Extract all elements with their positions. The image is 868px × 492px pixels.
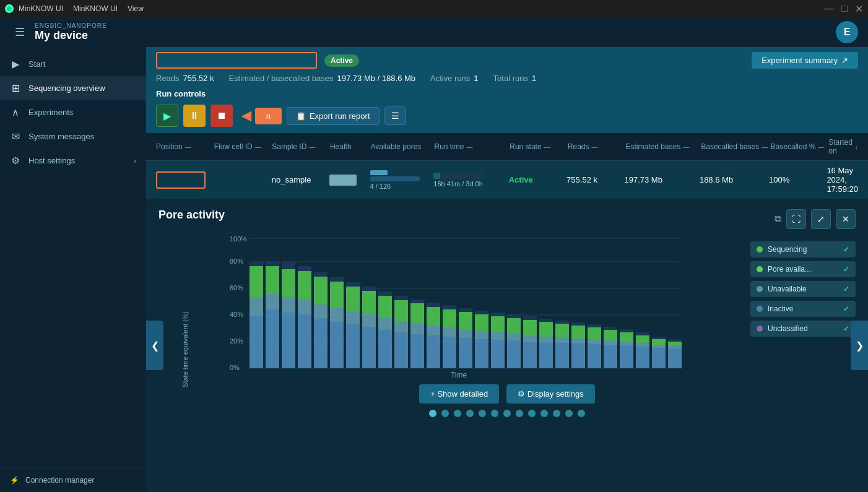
svg-rect-86 [539, 337, 553, 342]
svg-rect-90 [555, 337, 569, 343]
user-avatar-button[interactable]: E [836, 21, 858, 43]
svg-rect-84 [523, 316, 537, 320]
sidebar-item-system-messages[interactable]: ✉ System messages [0, 124, 146, 149]
pause-button[interactable]: ⏸ [183, 105, 206, 127]
carousel-next-button[interactable]: ❯ [851, 321, 868, 370]
th-runtime[interactable]: Run time — [434, 142, 510, 151]
x-axis-label: Time [177, 371, 740, 379]
svg-rect-105 [620, 346, 633, 368]
legend-inactive[interactable]: Inactive ✓ [750, 301, 856, 317]
th-position[interactable]: Position — [156, 142, 214, 151]
th-flowcell[interactable]: Flow cell ID — [214, 142, 272, 151]
menu-view[interactable]: View [128, 4, 144, 13]
copy-icon[interactable]: ⧉ [775, 214, 781, 225]
dot-4[interactable] [466, 410, 474, 417]
dot-9[interactable] [528, 410, 536, 417]
svg-rect-26 [298, 300, 311, 314]
chart-section: Pore activity ⧉ ⛶ ⤢ ✕ ❮ State time equiv… [146, 199, 868, 492]
minimize-btn[interactable]: — [824, 3, 834, 15]
pores-bars: 4 / 126 [370, 170, 420, 190]
dot-12[interactable] [565, 410, 573, 417]
th-estbases[interactable]: Estimated bases — [626, 142, 701, 151]
sidebar-item-sequencing-overview[interactable]: ⊞ Sequencing overview [0, 76, 146, 100]
th-runstate[interactable]: Run state — [510, 142, 568, 151]
experiment-summary-button[interactable]: Experiment summary ↗ [752, 52, 858, 69]
svg-rect-14 [250, 297, 263, 316]
show-detailed-button[interactable]: + Show detailed [419, 384, 499, 404]
svg-rect-95 [571, 326, 585, 339]
chart-shrink-button[interactable]: ⤢ [811, 209, 831, 229]
runtime-bar-fill [433, 173, 440, 179]
export-run-report-button[interactable]: 📋 Export run report [287, 107, 380, 125]
sidebar-item-start[interactable]: ▶ Start [0, 52, 146, 76]
sidebar-item-experiments[interactable]: ∧ Experiments [0, 100, 146, 124]
td-pores: 4 / 126 [370, 170, 434, 190]
td-basepct: 100% [769, 175, 827, 184]
svg-rect-21 [282, 313, 295, 368]
chart-close-button[interactable]: ✕ [836, 209, 856, 229]
stat-total-runs: Total runs 1 [493, 74, 537, 83]
svg-text:60%: 60% [230, 284, 243, 291]
svg-rect-43 [362, 291, 376, 314]
svg-rect-100 [588, 324, 601, 327]
th-startedon[interactable]: Started on ↓ [828, 138, 858, 155]
run-name-input[interactable] [156, 52, 317, 69]
dot-10[interactable] [540, 410, 548, 417]
svg-rect-114 [652, 345, 666, 348]
dot-11[interactable] [553, 410, 560, 417]
display-settings-button[interactable]: ⚙ Display settings [506, 384, 595, 404]
play-button[interactable]: ▶ [156, 105, 178, 127]
stop-button[interactable]: ⏹ [210, 105, 233, 127]
settings-icon: ⚙ [10, 155, 21, 166]
legend-unclassified[interactable]: Unclassified ✓ [750, 321, 856, 337]
close-btn[interactable]: ✕ [855, 3, 863, 15]
sort-runtime: — [467, 144, 473, 150]
sort-runstate: — [544, 144, 550, 150]
legend-sequencing[interactable]: Sequencing ✓ [750, 241, 856, 257]
svg-rect-119 [668, 342, 682, 345]
dot-2[interactable] [441, 410, 449, 417]
svg-rect-110 [636, 343, 649, 347]
legend-unavailable[interactable]: Unavailable ✓ [750, 281, 856, 297]
th-basecalled[interactable]: Basecalled bases — [701, 142, 770, 151]
svg-rect-45 [378, 330, 392, 368]
svg-rect-68 [459, 308, 472, 312]
svg-rect-36 [330, 277, 344, 282]
dot-13[interactable] [578, 410, 585, 417]
expand-icon: ↗ [841, 56, 848, 65]
dot-8[interactable] [516, 410, 523, 417]
dot-1[interactable] [429, 410, 436, 417]
svg-rect-54 [410, 324, 424, 334]
hamburger-menu[interactable]: ☰ [10, 23, 30, 41]
svg-rect-83 [523, 320, 537, 335]
dot-3[interactable] [454, 410, 461, 417]
td-estbases: 197.73 Mb [624, 175, 699, 184]
carousel-prev-button[interactable]: ❮ [146, 321, 163, 370]
app-layout: ▶ Start ⊞ Sequencing overview ∧ Experime… [0, 47, 868, 492]
sidebar-item-host-settings[interactable]: ⚙ Host settings › [0, 149, 146, 173]
dot-7[interactable] [503, 410, 511, 417]
brand-title: My device [35, 29, 107, 42]
maximize-btn[interactable]: □ [841, 3, 848, 15]
title-bar: MinKNOW UI MinKNOW UI View — □ ✕ [0, 0, 868, 17]
chart-expand-button[interactable]: ⛶ [786, 209, 806, 229]
th-reads[interactable]: Reads — [568, 142, 626, 151]
svg-rect-49 [394, 332, 408, 368]
legend-pore-available[interactable]: Pore availa... ✓ [750, 261, 856, 277]
th-sampleid[interactable]: Sample ID — [272, 142, 330, 151]
menu-minknow[interactable]: MinKNOW UI [73, 4, 118, 13]
svg-rect-118 [668, 345, 682, 348]
th-basepct[interactable]: Basecalled % — [771, 142, 829, 151]
svg-rect-69 [475, 339, 488, 368]
svg-rect-40 [346, 282, 360, 287]
svg-text:80%: 80% [230, 257, 243, 265]
svg-rect-37 [346, 324, 360, 368]
pores-count: 4 / 126 [370, 183, 420, 190]
filter-button[interactable]: ☰ [384, 106, 406, 125]
svg-rect-23 [282, 269, 295, 297]
dot-5[interactable] [479, 410, 486, 417]
annotation-arrow: ◄ [238, 106, 255, 126]
sidebar-connection-manager[interactable]: ⚡ Connection manager [0, 468, 146, 492]
sort-basecalled: — [762, 144, 768, 150]
dot-6[interactable] [491, 410, 498, 417]
